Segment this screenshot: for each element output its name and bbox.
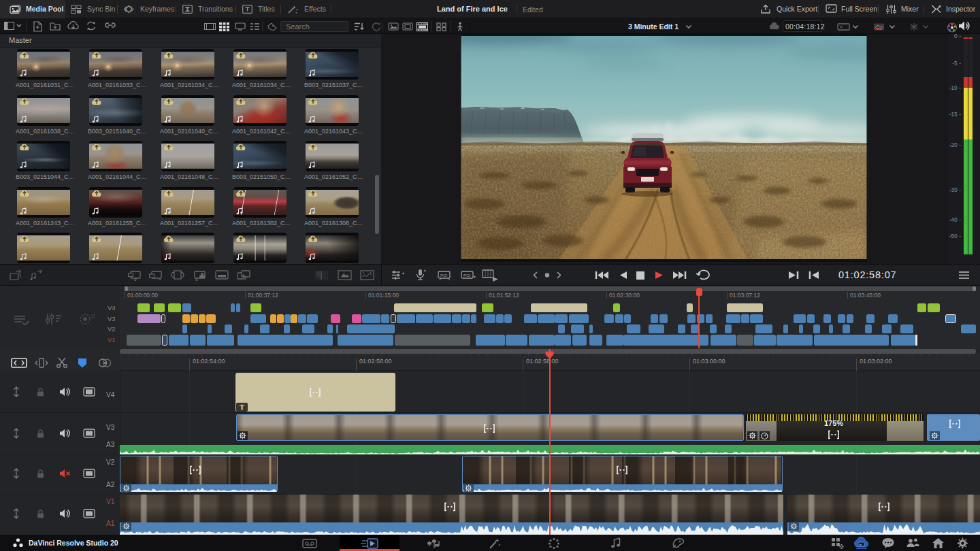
svg-text:POI: POI: [440, 273, 448, 278]
svg-text:POI: POI: [463, 273, 471, 278]
